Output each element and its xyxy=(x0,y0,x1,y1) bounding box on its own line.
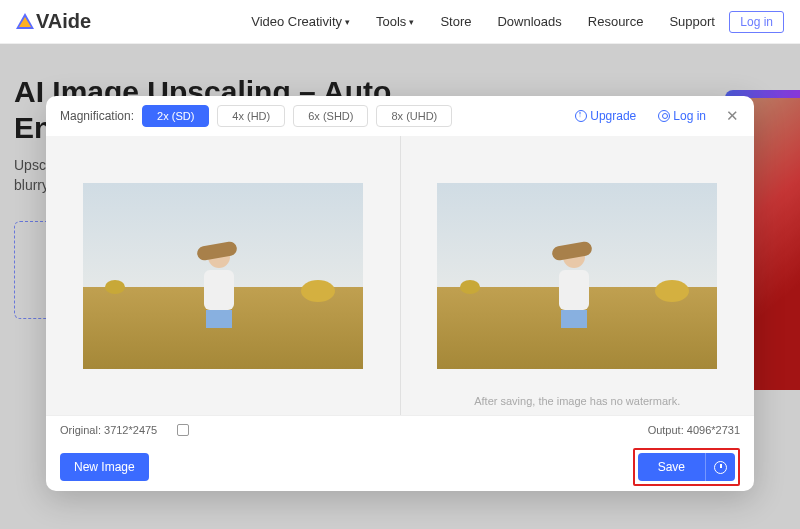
action-bar: New Image Save xyxy=(46,443,754,491)
new-image-button[interactable]: New Image xyxy=(60,453,149,481)
history-button[interactable] xyxy=(705,453,735,481)
nav-downloads[interactable]: Downloads xyxy=(497,14,561,29)
original-image xyxy=(83,183,363,369)
watermark-note: After saving, the image has no watermark… xyxy=(474,395,680,407)
clock-icon xyxy=(714,461,727,474)
chevron-down-icon: ▾ xyxy=(409,17,414,27)
upscale-modal: Magnification: 2x (SD) 4x (HD) 6x (SHD) … xyxy=(46,96,754,491)
mag-6x-button[interactable]: 6x (SHD) xyxy=(293,105,368,127)
header-login-button[interactable]: Log in xyxy=(729,11,784,33)
output-pane: After saving, the image has no watermark… xyxy=(401,136,755,415)
mag-2x-button[interactable]: 2x (SD) xyxy=(142,105,209,127)
compare-icon[interactable] xyxy=(177,424,189,436)
compare-area: After saving, the image has no watermark… xyxy=(46,136,754,415)
user-icon xyxy=(658,110,670,122)
mag-4x-button[interactable]: 4x (HD) xyxy=(217,105,285,127)
save-highlight: Save xyxy=(633,448,740,486)
nav-resource[interactable]: Resource xyxy=(588,14,644,29)
output-image xyxy=(437,183,717,369)
upgrade-link[interactable]: Upgrade xyxy=(575,109,636,123)
nav-support[interactable]: Support xyxy=(669,14,715,29)
logo-icon xyxy=(16,13,34,31)
close-button[interactable]: ✕ xyxy=(724,108,740,124)
site-header: VAide Video Creativity▾ Tools▾ Store Dow… xyxy=(0,0,800,44)
mag-8x-button[interactable]: 8x (UHD) xyxy=(376,105,452,127)
chevron-down-icon: ▾ xyxy=(345,17,350,27)
nav-tools[interactable]: Tools▾ xyxy=(376,14,414,29)
magnification-label: Magnification: xyxy=(60,109,134,123)
nav-video-creativity[interactable]: Video Creativity▾ xyxy=(251,14,350,29)
original-pane xyxy=(46,136,401,415)
info-bar: Original: 3712*2475 Output: 4096*2731 xyxy=(46,415,754,443)
modal-login-link[interactable]: Log in xyxy=(658,109,706,123)
logo[interactable]: VAide xyxy=(16,10,91,33)
save-button[interactable]: Save xyxy=(638,453,705,481)
original-dimensions: Original: 3712*2475 xyxy=(60,424,157,436)
logo-text: VAide xyxy=(36,10,91,33)
output-dimensions: Output: 4096*2731 xyxy=(648,424,740,436)
close-icon: ✕ xyxy=(726,107,739,125)
modal-header: Magnification: 2x (SD) 4x (HD) 6x (SHD) … xyxy=(46,96,754,136)
upgrade-icon xyxy=(575,110,587,122)
nav-store[interactable]: Store xyxy=(440,14,471,29)
main-nav: Video Creativity▾ Tools▾ Store Downloads… xyxy=(251,14,715,29)
